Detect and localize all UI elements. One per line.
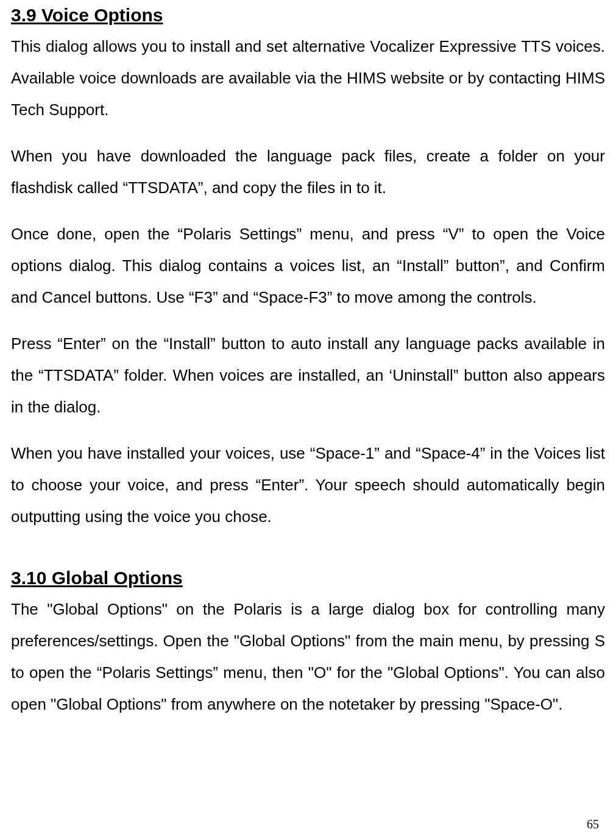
body-paragraph: This dialog allows you to install and se… — [11, 30, 605, 125]
body-paragraph: Once done, open the “Polaris Settings” m… — [11, 218, 605, 313]
section-heading-global-options: 3.10 Global Options — [11, 568, 605, 588]
body-paragraph: When you have installed your voices, use… — [11, 437, 605, 532]
page-number: 65 — [587, 817, 599, 831]
body-paragraph: When you have downloaded the language pa… — [11, 140, 605, 203]
section-heading-voice-options: 3.9 Voice Options — [11, 5, 605, 26]
body-paragraph: Press “Enter” on the “Install” button to… — [11, 328, 605, 423]
body-paragraph: The "Global Options" on the Polaris is a… — [11, 593, 605, 720]
